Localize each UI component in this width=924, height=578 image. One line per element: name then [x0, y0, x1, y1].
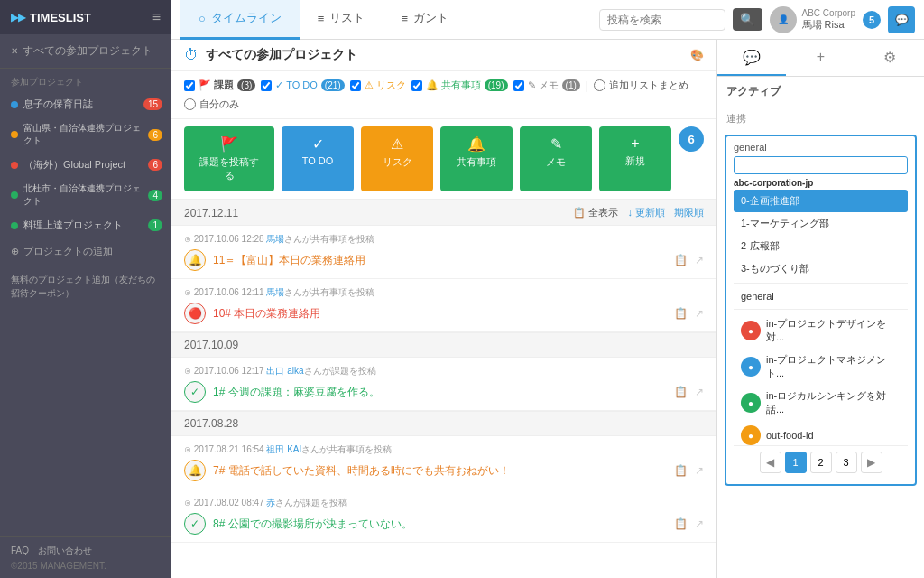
project-header: ⏱ すべての参加プロジェクト 🎨 — [171, 40, 716, 71]
sidebar-project-2[interactable]: （海外）Global Project 6 — [0, 153, 171, 177]
item-meta-0: ⊙ 2017.10.06 12:28 馬場さんが共有事項を投稿 — [184, 233, 704, 246]
project-dot-4 — [11, 222, 18, 229]
contact-link[interactable]: お問い合わせ — [38, 545, 92, 555]
dropdown-item-3[interactable]: 3-ものづくり部 — [734, 257, 908, 280]
project-header-title: すべての参加プロジェクト — [206, 47, 357, 63]
dropdown-project-0[interactable]: ● in-プロジェクトデザインを対... — [734, 312, 908, 349]
sidebar-project-4[interactable]: 料理上達プロジェクト 1 — [0, 213, 171, 238]
tab-timeline[interactable]: ○ タイムライン — [180, 0, 300, 40]
share-icon-3[interactable]: ↗ — [695, 464, 704, 477]
dropdown-item-1[interactable]: 1-マーケティング部 — [734, 212, 908, 235]
page-prev[interactable]: ◀ — [760, 452, 781, 473]
item-icon-0: 🔔 — [184, 249, 206, 271]
notification-badge[interactable]: 5 — [863, 11, 881, 29]
dropdown-project-1[interactable]: ● in-プロジェクトマネジメント... — [734, 349, 908, 385]
project-icon-3: ● — [741, 425, 761, 445]
filter-kadai[interactable]: 🚩 課題 (3) — [184, 79, 255, 92]
user-link-1[interactable]: 馬場 — [266, 287, 284, 297]
page-2[interactable]: 2 — [810, 452, 832, 473]
page-next[interactable]: ▶ — [861, 452, 882, 473]
user-link-3[interactable]: 祖田 KAI — [266, 444, 301, 454]
share-icon-1[interactable]: ↗ — [695, 307, 704, 320]
page-1[interactable]: 1 — [785, 452, 807, 473]
timeline-icon: ○ — [199, 12, 206, 25]
sort-update-btn[interactable]: ↓ 更新順 — [627, 206, 665, 219]
sort-deadline-btn[interactable]: 期限順 — [674, 206, 704, 219]
copy-icon-2[interactable]: 📋 — [674, 386, 688, 398]
risk-icon: ⚠ — [391, 135, 403, 153]
right-tab-settings[interactable]: ⚙ — [855, 40, 924, 76]
memo-button[interactable]: ✎ メモ — [520, 126, 592, 191]
item-meta-2: ⊙ 2017.10.06 12:17 出口 aikaさんが課題を投稿 — [184, 365, 704, 378]
right-tab-add[interactable]: + — [786, 40, 855, 76]
sidebar-all-projects[interactable]: すべての参加プロジェクト — [0, 34, 171, 69]
shared-button[interactable]: 🔔 共有事項 — [440, 126, 513, 191]
tab-gantt[interactable]: ≡ ガント — [383, 0, 467, 40]
dropdown-item-2[interactable]: 2-広報部 — [734, 235, 908, 257]
item-text-4: 8# 公園での撮影場所が決まっていない。 — [213, 517, 663, 532]
share-icon-4[interactable]: ↗ — [695, 517, 704, 530]
palette-icon[interactable]: 🎨 — [690, 49, 704, 61]
item-text-3: 7# 電話で話していた資料、時間ある時にでも共有おねがい！ — [213, 463, 663, 479]
filter-memo[interactable]: ✎ メモ (1) — [513, 79, 580, 92]
faq-link[interactable]: FAQ — [11, 545, 29, 555]
menu-icon[interactable]: ≡ — [152, 9, 161, 25]
dropdown-item-0[interactable]: 0-企画推進部 — [734, 190, 908, 212]
filter-list-summary[interactable]: 追加リストまとめ — [594, 79, 688, 92]
share-icon-0[interactable]: ↗ — [695, 254, 704, 266]
date-label-1: 2017.10.09 — [184, 339, 238, 351]
timeline-item-2: ⊙ 2017.10.06 12:17 出口 aikaさんが課題を投稿 ✓ 1# … — [171, 358, 716, 411]
dropdown-general-item[interactable]: general — [734, 286, 908, 306]
copy-icon-1[interactable]: 📋 — [674, 307, 688, 320]
date-header-1: 2017.10.09 — [171, 332, 716, 358]
user-info: 👤 ABC Corporp 馬場 Risa — [770, 6, 855, 33]
add-promo-text[interactable]: 無料のプロジェクト追加（友だちの招待クーポン） — [0, 266, 171, 307]
action-bar: 🚩 課題を投稿する ✓ TO DO ⚠ リスク 🔔 共有事項 ✎ メモ — [171, 119, 716, 200]
sidebar-project-0[interactable]: 息子の保育日誌 15 — [0, 92, 171, 117]
user-link-4[interactable]: 赤 — [266, 498, 275, 508]
topnav: ○ タイムライン ≡ リスト ≡ ガント 🔍 👤 ABC Corporp 馬場 … — [171, 0, 924, 40]
project-icon-0: ● — [741, 321, 761, 340]
search-input[interactable] — [599, 9, 725, 31]
dropdown-project-3[interactable]: ● out-food-id — [734, 421, 908, 445]
dropdown-project-2[interactable]: ● in-ロジカルシンキングを対話... — [734, 385, 908, 421]
dropdown-divider-2 — [734, 309, 908, 310]
sidebar-project-1[interactable]: 富山県・自治体連携プロジェクト 6 — [0, 117, 171, 153]
sidebar-project-3[interactable]: 北杜市・自治体連携プロジェクト 4 — [0, 177, 171, 213]
project-icon-2: ● — [741, 393, 761, 413]
right-panel: 💬 + ⚙ アクティブ 連携 general abc-corporation-j… — [716, 40, 924, 578]
chat-button[interactable]: 💬 — [888, 6, 915, 33]
filter-self-only[interactable]: 自分のみ — [184, 98, 239, 111]
dropdown-general-label: general — [734, 142, 908, 153]
tab-list[interactable]: ≡ リスト — [300, 0, 383, 40]
copy-icon-4[interactable]: 📋 — [674, 517, 688, 530]
memo-icon: ✎ — [550, 135, 562, 153]
page-3[interactable]: 3 — [836, 452, 857, 473]
share-icon-2[interactable]: ↗ — [695, 386, 704, 398]
right-tab-chat[interactable]: 💬 — [717, 40, 786, 76]
list-icon: ≡ — [318, 12, 325, 25]
copy-icon-3[interactable]: 📋 — [674, 464, 688, 477]
risk-button[interactable]: ⚠ リスク — [361, 126, 433, 191]
add-project-button[interactable]: ⊕ プロジェクトの追加 — [0, 238, 171, 266]
filter-todo[interactable]: ✓ TO DO (21) — [261, 79, 344, 91]
todo-button[interactable]: ✓ TO DO — [282, 126, 354, 191]
project-dot-2 — [11, 162, 18, 169]
item-text-0: 11＝【富山】本日の業務連絡用 — [213, 253, 663, 268]
item-meta-3: ⊙ 2017.08.21 16:54 祖田 KAIさんが共有事項を投稿 — [184, 443, 704, 456]
user-link-0[interactable]: 馬場 — [266, 234, 284, 244]
new-button[interactable]: + 新規 — [599, 126, 671, 191]
filter-shared[interactable]: 🔔 共有事項 (19) — [411, 79, 508, 92]
todo-icon: ✓ — [312, 135, 324, 153]
filter-risk[interactable]: ⚠ リスク — [350, 79, 406, 92]
right-panel-tabs: 💬 + ⚙ — [717, 40, 924, 77]
user-link-2[interactable]: 出口 aika — [266, 366, 303, 376]
search-button[interactable]: 🔍 — [733, 8, 762, 31]
date-label-0: 2017.12.11 — [184, 207, 238, 219]
dropdown-search-input[interactable] — [734, 156, 908, 174]
copy-icon-0[interactable]: 📋 — [674, 254, 688, 266]
post-task-button[interactable]: 🚩 課題を投稿する — [184, 126, 274, 191]
sidebar-logo: ▶▶ TIMESLIST — [11, 11, 91, 24]
timeline-item-3: ⊙ 2017.08.21 16:54 祖田 KAIさんが共有事項を投稿 🔔 7#… — [171, 436, 716, 489]
company-section-header: abc-corporation-jp — [734, 174, 908, 190]
